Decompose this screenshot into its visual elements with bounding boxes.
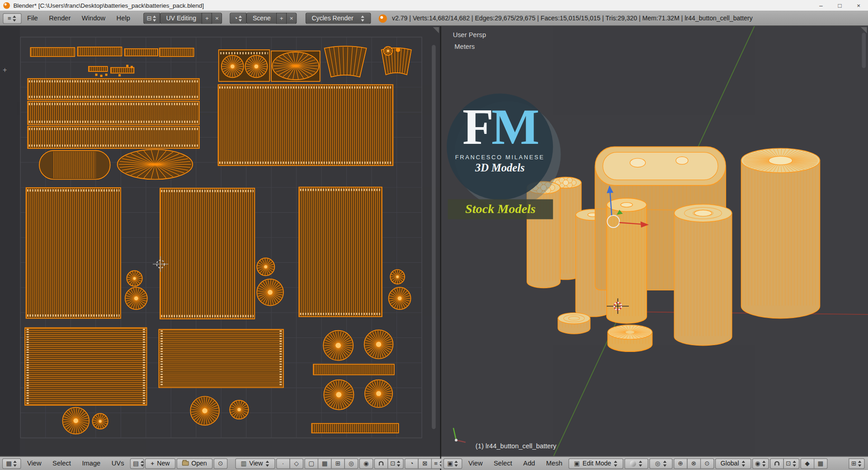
minimize-button[interactable]: – (811, 0, 830, 10)
vp-menu-view[interactable]: View (463, 460, 488, 467)
scene-icon: ◔ (234, 15, 237, 21)
screen-layout-field[interactable]: UV Editing (160, 13, 202, 24)
uv-area-corner-widget[interactable] (433, 27, 439, 33)
proportional-edit-icon: ◉ (755, 461, 760, 466)
plus-icon: + (151, 461, 154, 466)
viewport-3d[interactable]: User Persp Meters FM FRANCESCO MILANESE … (441, 26, 868, 456)
magnet-icon (378, 461, 383, 465)
viewport-editor-type-button[interactable]: ▣ (443, 458, 462, 469)
uv-menu-image[interactable]: Image (77, 460, 105, 467)
titlebar: Blender* [C:\Users\franc\Desktop\batteri… (0, 0, 868, 11)
viewport-canvas[interactable] (441, 26, 868, 456)
viewport-unit-label: Meters (454, 43, 475, 50)
scene-field[interactable]: Scene (246, 13, 277, 24)
viewport-view-name: User Persp (453, 31, 486, 39)
snap-element-icon: ⊡ (390, 461, 395, 466)
scene-browse-button[interactable]: ◔ (230, 13, 247, 24)
viewport-scrollbar[interactable] (862, 33, 866, 68)
proportional-edit-icon: ◉ (363, 461, 369, 466)
vp-proportional-edit-dropdown[interactable]: ◉ (752, 458, 769, 469)
updown-icon (858, 461, 862, 466)
opengl-render-image-button[interactable]: ◆ (800, 458, 814, 469)
draw-mode-label: View (249, 460, 263, 467)
uv-scrollbar-vertical[interactable] (432, 45, 436, 429)
uv-editor-icon: ▦ (6, 461, 12, 466)
uv-editor-type-button[interactable]: ▦ (2, 458, 21, 469)
vp-options-dropdown[interactable]: ⊞ (849, 458, 865, 469)
uv-menu-uvs[interactable]: UVs (107, 460, 129, 467)
render-engine-value: Cycles Render (311, 15, 353, 22)
info-header: ≡ File Render Window Help ⊟ UV Editing +… (0, 11, 868, 26)
menu-help[interactable]: Help (111, 14, 136, 22)
render-engine-dropdown[interactable]: Cycles Render (306, 13, 371, 24)
interaction-mode-dropdown[interactable]: ▣Edit Mode (568, 458, 623, 469)
uv-draw-mode-dropdown[interactable]: ▥View (235, 458, 275, 469)
vertex-select-icon: ∙ (282, 461, 284, 466)
transform-orientation-dropdown[interactable]: Global (715, 458, 751, 469)
opengl-render-group: ◆ ▦ (800, 458, 827, 469)
render-anim-icon: ▦ (818, 461, 824, 466)
uv-pin-button[interactable]: ⊠ (418, 458, 432, 469)
uv-sync-select-button[interactable]: ⊞ (331, 458, 345, 469)
vp-snap-element-dropdown[interactable]: ⊡ (783, 458, 799, 469)
menu-window[interactable]: Window (76, 14, 111, 22)
uv-pivot-dropdown[interactable]: ◔ (405, 458, 419, 469)
uv-vertex-select-button[interactable]: ∙ (276, 458, 290, 469)
rotate-icon: ⊗ (691, 461, 696, 466)
uv-snap-element-dropdown[interactable]: ⊡ (387, 458, 404, 469)
uv-proportional-edit-button[interactable]: ◉ (359, 458, 373, 469)
vp-menu-select[interactable]: Select (489, 460, 517, 467)
render-image-icon: ◆ (805, 461, 809, 466)
scene-widget: ◔ Scene + × (230, 13, 297, 24)
pin-image-button[interactable]: ⊙ (213, 458, 227, 469)
menu-render[interactable]: Render (43, 14, 76, 22)
window-controls: – □ × (811, 0, 868, 10)
maximize-button[interactable]: □ (830, 0, 849, 10)
stock-models-banner: Stock Models (448, 199, 553, 219)
updown-icon (239, 15, 243, 21)
menu-file[interactable]: File (22, 14, 43, 22)
image-open-button[interactable]: Open (176, 458, 212, 469)
close-button[interactable]: × (849, 0, 868, 10)
new-label: New (157, 460, 170, 467)
uv-edge-select-button[interactable]: ◇ (289, 458, 303, 469)
vp-snap-toggle-button[interactable] (770, 458, 784, 469)
viewport-shading-dropdown[interactable] (624, 458, 648, 469)
uv-image-editor[interactable]: + (0, 26, 440, 456)
uv-canvas[interactable]: + (0, 26, 440, 456)
vp-menu-add[interactable]: Add (518, 460, 540, 467)
uv-snap-group: ⊡ (374, 458, 404, 469)
uv-extra-group: ◔ ⊠ ≡ (405, 458, 446, 469)
scene-add-button[interactable]: + (276, 13, 287, 24)
browse-image-button[interactable]: ▤ (130, 458, 144, 469)
uv-island-select-button[interactable]: ▦ (318, 458, 332, 469)
screen-layout-add-button[interactable]: + (202, 13, 212, 24)
vp-menu-mesh[interactable]: Mesh (541, 460, 567, 467)
manipulator-rotate-button[interactable]: ⊗ (687, 458, 701, 469)
active-object-label: (1) lr44_button_cell_battery (476, 442, 557, 450)
uv-face-select-button[interactable]: ▢ (304, 458, 318, 469)
mode-label: Edit Mode (582, 460, 611, 467)
manipulator-scale-button[interactable]: ⊙ (700, 458, 714, 469)
updown-icon (361, 15, 365, 21)
uv-menu-select[interactable]: Select (47, 460, 76, 467)
blender-logo-icon (379, 14, 387, 22)
vp-snap-group: ⊡ (770, 458, 799, 469)
draw-mode-icon: ▥ (241, 461, 246, 466)
opengl-render-anim-button[interactable]: ▦ (814, 458, 828, 469)
uv-sticky-select-button[interactable]: ◎ (344, 458, 359, 469)
updown-icon (614, 461, 618, 466)
sticky-select-icon: ◎ (349, 461, 354, 466)
scene-close-button[interactable]: × (286, 13, 297, 24)
uv-snap-toggle-button[interactable] (374, 458, 388, 469)
uv-menu-view[interactable]: View (22, 460, 47, 467)
screen-layout-close-button[interactable]: × (212, 13, 222, 24)
manipulator-translate-button[interactable]: ⊕ (674, 458, 688, 469)
updown-icon (639, 461, 643, 466)
info-editor-type-button[interactable]: ≡ (3, 13, 22, 24)
image-new-button[interactable]: +New (145, 458, 175, 469)
pivot-point-dropdown[interactable]: ◎ (649, 458, 672, 469)
scene-name: Scene (253, 15, 271, 22)
viewport-corner-widget[interactable] (861, 27, 867, 33)
screen-layout-browse-button[interactable]: ⊟ (143, 13, 160, 24)
